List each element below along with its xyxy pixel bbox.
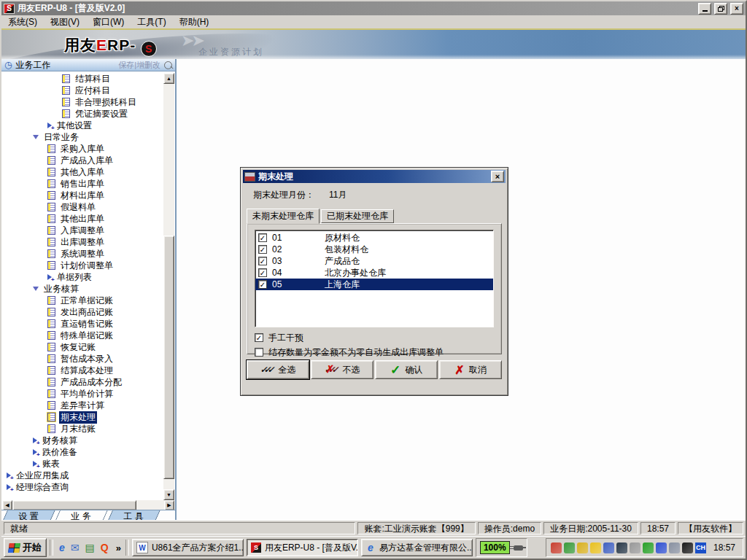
select-all-button[interactable]: ✓✓✓全选: [247, 360, 309, 379]
dialog-option[interactable]: 结存数量为零金额不为零自动生成出库调整单: [255, 346, 501, 358]
antivirus-icon[interactable]: [643, 542, 654, 553]
confirm-button[interactable]: ✓确认: [375, 360, 438, 379]
checkbox-icon[interactable]: ✓: [258, 233, 267, 242]
checkbox-icon[interactable]: ✓: [255, 333, 263, 342]
tree-item[interactable]: 特殊单据记账: [2, 330, 163, 341]
tree-item[interactable]: 恢复记账: [2, 341, 163, 353]
taskbar-task-button[interactable]: S用友ERP-U8 - [普及版V...: [247, 539, 358, 556]
checkbox-icon[interactable]: ✓: [258, 268, 267, 277]
tree-item[interactable]: 产成品成本分配: [2, 376, 163, 388]
qq-penguin-icon[interactable]: [682, 542, 693, 553]
warehouse-row[interactable]: ✓01原材料仓: [255, 232, 493, 244]
tree-item[interactable]: 经理综合查询: [2, 481, 163, 493]
tree-item[interactable]: 凭证摘要设置: [2, 108, 163, 120]
tree-item[interactable]: 发出商品记账: [2, 306, 163, 318]
scrollbar-thumb[interactable]: [12, 500, 136, 510]
tree-vertical-scrollbar[interactable]: ▲ ▼: [163, 73, 174, 500]
mobile-device-icon[interactable]: [630, 542, 640, 553]
dialog-close-icon[interactable]: ×: [491, 171, 504, 182]
tree-item[interactable]: 期末处理: [2, 411, 163, 423]
menu-item[interactable]: 视图(V): [44, 15, 86, 29]
tree-item[interactable]: 材料出库单: [2, 190, 163, 201]
taskbar-task-button[interactable]: e易方达基金管理有限公...: [361, 539, 473, 556]
tree-item[interactable]: 结算成本处理: [2, 365, 163, 376]
tree-item[interactable]: 系统调整单: [2, 248, 163, 260]
close-button[interactable]: ×: [730, 3, 743, 15]
qq-browser-icon[interactable]: Q: [101, 542, 109, 553]
tree-item[interactable]: 差异率计算: [2, 400, 163, 411]
language-indicator[interactable]: CH: [695, 542, 706, 553]
month-label: 期末处理月份：: [253, 189, 329, 201]
outlook-express-icon[interactable]: ✉: [71, 542, 80, 553]
warehouse-row[interactable]: ✓04北京办事处仓库: [255, 267, 493, 279]
tree-item[interactable]: 其他设置: [2, 120, 163, 131]
pen-input-icon[interactable]: [564, 542, 575, 553]
dialog-option[interactable]: ✓手工干预: [255, 332, 501, 343]
cancel-button[interactable]: ✗取消: [439, 360, 502, 379]
tree-item[interactable]: 其他入库单: [2, 166, 163, 178]
checkbox-icon[interactable]: ✓: [258, 257, 267, 265]
tree-item[interactable]: 产成品入库单: [2, 155, 163, 166]
messenger-icon[interactable]: [656, 542, 667, 553]
tree-item[interactable]: 直运销售记账: [2, 318, 163, 330]
scroll-down-icon[interactable]: ▼: [163, 489, 174, 500]
month-row: 期末处理月份： 11月: [243, 183, 506, 204]
tree-item[interactable]: 暂估成本录入: [2, 353, 163, 365]
dialog-tab[interactable]: 未期末处理仓库: [247, 209, 320, 224]
menu-item[interactable]: 帮助(H): [173, 15, 216, 29]
tree-item[interactable]: 日常业务: [2, 131, 163, 143]
tree-item[interactable]: 单据列表: [2, 271, 163, 283]
deselect-all-button[interactable]: ✓✓✓✗不选: [311, 360, 374, 379]
warehouse-row[interactable]: ✓03产成品仓: [255, 255, 493, 267]
quick-launch-more-icon[interactable]: »: [115, 542, 123, 553]
tree-horizontal-scrollbar[interactable]: ◀ ▶: [2, 500, 174, 510]
tree-item[interactable]: 企业应用集成: [2, 470, 163, 481]
taskbar-task-button[interactable]: WU861全产品方案介绍1...: [132, 539, 244, 556]
tree-item[interactable]: 其他出库单: [2, 213, 163, 225]
checkbox-icon[interactable]: ✓: [258, 280, 267, 289]
window-titlebar: S 用友ERP-U8 - [普及版V2.0] ×: [1, 1, 746, 15]
tree-item[interactable]: 应付科目: [2, 85, 163, 96]
scrollbar-thumb[interactable]: [163, 236, 174, 479]
menu-item[interactable]: 系统(S): [1, 15, 44, 29]
scroll-left-icon[interactable]: ◀: [2, 500, 12, 510]
tree-item[interactable]: 采购入库单: [2, 143, 163, 155]
database-service-icon[interactable]: [669, 542, 680, 553]
ie-icon[interactable]: e: [59, 542, 65, 553]
tree-item[interactable]: 非合理损耗科目: [2, 96, 163, 108]
desktop-icon[interactable]: ▤: [85, 542, 95, 553]
restore-button[interactable]: [714, 3, 727, 15]
checkbox-icon[interactable]: [255, 348, 263, 357]
dialog-tab[interactable]: 已期末处理仓库: [321, 209, 394, 223]
tree-item[interactable]: 入库调整单: [2, 225, 163, 236]
start-button[interactable]: 开始: [4, 538, 47, 557]
qq-pet-icon[interactable]: [590, 542, 601, 553]
document-icon: [47, 389, 55, 398]
minimize-button[interactable]: [698, 3, 711, 15]
scroll-up-icon[interactable]: ▲: [163, 73, 174, 84]
volume-icon[interactable]: [577, 542, 588, 553]
tree-item[interactable]: 结算科目: [2, 73, 163, 85]
tree-item[interactable]: 计划价调整单: [2, 260, 163, 271]
tree-item[interactable]: 跌价准备: [2, 446, 163, 458]
tree-item[interactable]: 假退料单: [2, 201, 163, 213]
tree-item[interactable]: 平均单价计算: [2, 388, 163, 400]
display-icon[interactable]: [616, 542, 627, 553]
tree-item[interactable]: 业务核算: [2, 283, 163, 295]
tree-item[interactable]: 财务核算: [2, 435, 163, 446]
warehouse-row[interactable]: ✓02包装材料仓: [255, 244, 493, 255]
menu-item[interactable]: 工具(T): [131, 15, 172, 29]
tree-item[interactable]: 正常单据记账: [2, 295, 163, 306]
network-places-icon[interactable]: [603, 542, 614, 553]
checkbox-icon[interactable]: ✓: [258, 245, 267, 254]
network-activity-icon[interactable]: [551, 542, 562, 553]
warehouse-row[interactable]: ✓05上海仓库: [255, 279, 493, 290]
tree-item[interactable]: 账表: [2, 458, 163, 470]
pin-icon[interactable]: [164, 61, 172, 69]
scroll-right-icon[interactable]: ▶: [164, 500, 174, 510]
tree-header-actions[interactable]: 保存|增删改: [118, 60, 160, 71]
tree-item[interactable]: 出库调整单: [2, 236, 163, 248]
menu-item[interactable]: 窗口(W): [86, 15, 131, 29]
tree-item[interactable]: 销售出库单: [2, 178, 163, 190]
tree-item[interactable]: 月末结账: [2, 423, 163, 435]
